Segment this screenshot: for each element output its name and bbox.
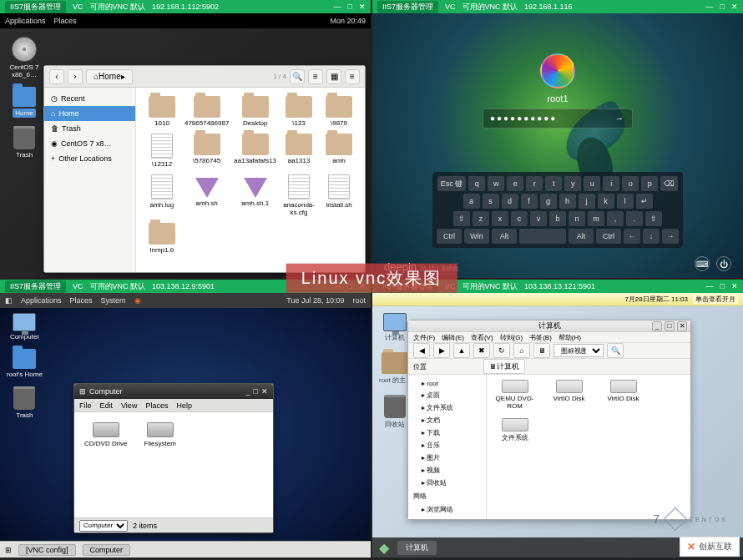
file-item[interactable]: \123: [280, 94, 318, 129]
user-avatar[interactable]: [540, 53, 575, 88]
vnc-tab[interactable]: IIS7服务器管理: [5, 280, 66, 293]
view-grid-icon[interactable]: ▦: [326, 69, 341, 84]
side-trash[interactable]: ▸ 回收站: [412, 477, 483, 489]
menu-system[interactable]: System: [101, 296, 126, 305]
key-⌫[interactable]: ⌫: [660, 176, 678, 191]
show-desktop-icon[interactable]: ⊞: [5, 546, 12, 554]
side-desktop[interactable]: ▸ 桌面: [412, 389, 483, 401]
key-m[interactable]: m: [588, 211, 604, 226]
submit-arrow-icon[interactable]: →: [615, 114, 625, 123]
key-i[interactable]: i: [603, 176, 619, 191]
file-item[interactable]: lnmp1.6: [143, 221, 181, 255]
menu-icon[interactable]: ≡: [345, 69, 360, 84]
menu-places[interactable]: Places: [145, 401, 168, 410]
side-downloads[interactable]: ▸ 下载: [412, 426, 483, 439]
menu-go[interactable]: 转到(G): [500, 333, 523, 342]
file-item[interactable]: amh.log: [143, 173, 181, 218]
side-videos[interactable]: ▸ 视频: [412, 464, 483, 477]
sidebar-trash[interactable]: 🗑 Trash: [44, 121, 135, 136]
vnc-tab[interactable]: IIS7服务器管理: [5, 1, 66, 13]
close-icon[interactable]: ✕: [359, 282, 366, 290]
search-icon[interactable]: 🔍: [607, 343, 624, 358]
min-icon[interactable]: —: [334, 3, 341, 11]
key-x[interactable]: x: [492, 211, 508, 226]
close-icon[interactable]: ✕: [731, 3, 738, 11]
file-item[interactable]: \12312: [143, 132, 181, 169]
side-pictures[interactable]: ▸ 图片: [412, 452, 483, 464]
back-button[interactable]: ◀: [413, 343, 430, 358]
key-u[interactable]: u: [584, 176, 600, 191]
max-icon[interactable]: □: [254, 387, 258, 396]
sidebar-other[interactable]: + Other Locations: [44, 151, 135, 166]
logout-link[interactable]: 单击查看开月: [693, 295, 738, 304]
close-icon[interactable]: ✕: [261, 387, 268, 396]
key-←[interactable]: ←: [624, 229, 640, 244]
side-browse-network[interactable]: ▸ 浏览网络: [412, 503, 483, 516]
menu-file[interactable]: 文件(F): [413, 333, 435, 342]
location-select[interactable]: Computer: [79, 520, 128, 532]
menu-view[interactable]: View: [121, 401, 137, 410]
menu-applications[interactable]: Applications: [5, 17, 46, 25]
max-icon[interactable]: □: [348, 282, 352, 290]
key-.[interactable]: .: [626, 211, 643, 226]
task-computer[interactable]: 计算机: [397, 541, 437, 555]
close-icon[interactable]: ✕: [677, 321, 687, 331]
max-icon[interactable]: □: [720, 282, 725, 290]
key-h[interactable]: h: [559, 194, 576, 209]
key-Alt[interactable]: Alt: [569, 229, 594, 244]
key-v[interactable]: v: [530, 211, 547, 226]
stop-button[interactable]: ✖: [473, 343, 490, 358]
key-Ctrl[interactable]: Ctrl: [596, 229, 621, 244]
menu-edit[interactable]: 编辑(E): [442, 333, 464, 342]
file-item[interactable]: aa13afafafs13: [232, 132, 278, 169]
desktop-home-icon[interactable]: Home: [13, 87, 36, 118]
key-c[interactable]: c: [511, 211, 528, 226]
desktop-trash-icon[interactable]: Trash: [13, 126, 35, 159]
max-icon[interactable]: □: [720, 3, 725, 11]
file-item[interactable]: 478657486987: [183, 94, 230, 129]
breadcrumb-home[interactable]: ⌂ Home ▸: [86, 69, 133, 84]
key-space[interactable]: [519, 229, 566, 244]
key-↵[interactable]: ↵: [636, 194, 653, 209]
menu-places[interactable]: Places: [70, 296, 93, 305]
key-b[interactable]: b: [549, 211, 566, 226]
file-item[interactable]: anaconda-ks.cfg: [280, 173, 318, 218]
min-icon[interactable]: _: [246, 387, 250, 396]
desktop-computer-icon[interactable]: Computer: [10, 313, 39, 341]
min-icon[interactable]: _: [652, 321, 662, 331]
key-s[interactable]: s: [483, 194, 499, 209]
key-Win[interactable]: Win: [464, 229, 489, 244]
menu-file[interactable]: File: [79, 401, 92, 410]
max-icon[interactable]: □: [348, 3, 352, 11]
side-music[interactable]: ▸ 音乐: [412, 439, 483, 452]
side-filesystem[interactable]: ▸ 文件系统: [412, 401, 483, 414]
key-g[interactable]: g: [540, 194, 557, 209]
view-list-icon[interactable]: ≡: [308, 69, 323, 84]
computer-button[interactable]: 🖥: [533, 343, 550, 358]
file-item[interactable]: amh: [320, 132, 358, 169]
min-icon[interactable]: —: [706, 3, 714, 11]
file-item[interactable]: \5786745: [183, 132, 230, 169]
item-filesystem[interactable]: 文件系统: [492, 418, 538, 442]
breadcrumb-computer[interactable]: 🖥 计算机: [483, 359, 525, 374]
sidebar-cd[interactable]: ◉ CentOS 7 x8…: [44, 136, 135, 151]
menu-edit[interactable]: Edit: [100, 401, 114, 410]
key-Alt[interactable]: Alt: [492, 229, 517, 244]
menu-bookmarks[interactable]: 书签(B): [529, 333, 552, 342]
file-item[interactable]: install.sh: [320, 173, 358, 218]
start-icon[interactable]: ◆: [379, 540, 389, 556]
vnc-tab[interactable]: IIS7服务器管理: [377, 280, 438, 293]
home-button[interactable]: ⌂: [513, 343, 530, 358]
desktop-cd-icon[interactable]: CentOS 7 x86_6…: [7, 37, 42, 78]
forward-button[interactable]: ▶: [433, 343, 450, 358]
close-icon[interactable]: ✕: [359, 3, 366, 11]
view-mode-select[interactable]: 图标视图: [553, 344, 604, 357]
file-item[interactable]: \9879: [320, 94, 358, 129]
search-icon[interactable]: 🔍: [290, 69, 305, 84]
desktop-trash-icon[interactable]: 回收站: [384, 395, 406, 429]
desktop-home-icon[interactable]: root's Home: [7, 349, 43, 378]
key-j[interactable]: j: [579, 194, 595, 209]
task-computer[interactable]: Computer: [83, 544, 131, 556]
menu-applications[interactable]: Applications: [21, 296, 62, 305]
up-button[interactable]: ▲: [453, 343, 470, 358]
